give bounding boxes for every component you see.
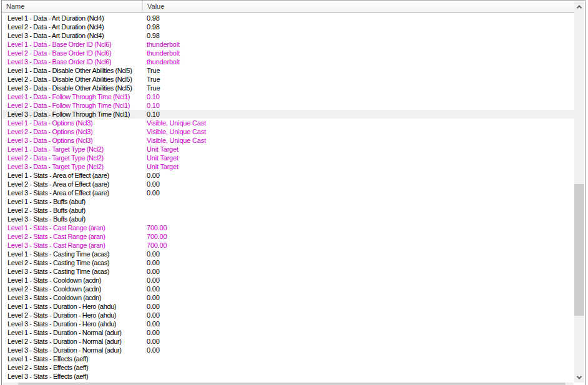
row-value: 0.00 — [143, 171, 574, 180]
row-value: 700.00 — [143, 223, 574, 232]
row-value: 700.00 — [143, 241, 574, 250]
table-row[interactable]: Level 3 - Stats - Cast Range (aran)700.0… — [2, 241, 574, 250]
table-row[interactable]: Level 1 - Stats - Cast Range (aran)700.0… — [2, 223, 574, 232]
table-row[interactable]: Level 3 - Stats - Area of Effect (aare)0… — [2, 188, 574, 197]
row-value: 0.10 — [143, 101, 574, 110]
table-row[interactable]: Level 2 - Stats - Duration - Normal (adu… — [2, 337, 574, 346]
row-name: Level 1 - Data - Base Order ID (Ncl6) — [2, 40, 143, 49]
table-row[interactable]: Level 2 - Stats - Effects (aeff) — [2, 363, 574, 372]
table-row[interactable]: Level 1 - Data - Target Type (Ncl2)Unit … — [2, 145, 574, 154]
row-name: Level 3 - Data - Art Duration (Ncl4) — [2, 31, 143, 40]
row-name: Level 2 - Stats - Buffs (abuf) — [2, 206, 143, 215]
row-value: thunderbolt — [143, 40, 574, 49]
table-row[interactable]: Level 3 - Stats - Duration - Hero (ahdu)… — [2, 319, 574, 328]
row-name: Level 1 - Data - Disable Other Abilities… — [2, 66, 143, 75]
table-row[interactable]: Level 2 - Stats - Area of Effect (aare)0… — [2, 180, 574, 188]
table-row[interactable]: Level 1 - Data - Base Order ID (Ncl6)thu… — [2, 40, 574, 49]
row-name: Level 3 - Stats - Cooldown (acdn) — [2, 293, 143, 302]
table-row[interactable]: Level 3 - Data - Target Type (Ncl2)Unit … — [2, 162, 574, 171]
table-row[interactable]: Level 2 - Stats - Cast Range (aran)700.0… — [2, 232, 574, 241]
scroll-down-button[interactable] — [574, 372, 584, 383]
row-value — [143, 363, 574, 372]
row-value: 0.00 — [143, 293, 574, 302]
table-row[interactable]: Level 1 - Stats - Duration - Normal (adu… — [2, 328, 574, 337]
table-row[interactable]: Level 3 - Data - Options (Ncl3)Visible, … — [2, 136, 574, 145]
row-value: Unit Target — [143, 145, 574, 154]
row-name: Level 2 - Stats - Duration - Normal (adu… — [2, 337, 143, 346]
table-row[interactable]: Level 2 - Data - Follow Through Time (Nc… — [2, 101, 574, 110]
row-name: Level 3 - Data - Disable Other Abilities… — [2, 84, 143, 92]
row-value: Unit Target — [143, 154, 574, 162]
table-row[interactable]: Level 2 - Data - Options (Ncl3)Visible, … — [2, 127, 574, 136]
table-row[interactable]: Level 1 - Stats - Duration - Hero (ahdu)… — [2, 302, 574, 311]
row-value: 0.00 — [143, 188, 574, 197]
scroll-up-button[interactable] — [574, 1, 584, 12]
table-row[interactable]: Level 2 - Stats - Duration - Hero (ahdu)… — [2, 311, 574, 319]
table-row[interactable]: Level 2 - Stats - Buffs (abuf) — [2, 206, 574, 215]
row-name: Level 1 - Stats - Duration - Normal (adu… — [2, 328, 143, 337]
table-row[interactable]: Level 1 - Stats - Effects (aeff) — [2, 354, 574, 363]
row-name: Level 3 - Stats - Duration - Normal (adu… — [2, 346, 143, 354]
table-row[interactable]: Level 1 - Stats - Cooldown (acdn)0.00 — [2, 276, 574, 285]
table-row[interactable]: Level 1 - Data - Art Duration (Ncl4)0.98 — [2, 14, 574, 22]
row-value: 0.00 — [143, 180, 574, 188]
row-name: Level 1 - Stats - Duration - Hero (ahdu) — [2, 302, 143, 311]
table-row[interactable]: Level 2 - Data - Base Order ID (Ncl6)thu… — [2, 49, 574, 57]
row-name: Level 3 - Stats - Duration - Hero (ahdu) — [2, 319, 143, 328]
table-row[interactable]: Level 3 - Stats - Duration - Normal (adu… — [2, 346, 574, 354]
table-row[interactable]: Level 3 - Data - Disable Other Abilities… — [2, 84, 574, 92]
row-name: Level 1 - Data - Art Duration (Ncl4) — [2, 14, 143, 22]
row-name: Level 3 - Data - Follow Through Time (Nc… — [2, 110, 143, 119]
table-row[interactable]: Level 3 - Stats - Cooldown (acdn)0.00 — [2, 293, 574, 302]
row-name: Level 1 - Stats - Cast Range (aran) — [2, 223, 143, 232]
table-row[interactable]: Level 2 - Data - Target Type (Ncl2)Unit … — [2, 154, 574, 162]
table-row[interactable]: Level 3 - Data - Base Order ID (Ncl6)thu… — [2, 57, 574, 66]
row-name: Level 3 - Data - Options (Ncl3) — [2, 136, 143, 145]
row-value — [143, 197, 574, 206]
horizontal-scrollbar-thumb[interactable] — [18, 383, 566, 385]
row-name: Level 1 - Stats - Casting Time (acas) — [2, 250, 143, 258]
table-row[interactable]: Level 3 - Data - Art Duration (Ncl4)0.98 — [2, 31, 574, 40]
table-row[interactable]: Level 2 - Data - Disable Other Abilities… — [2, 75, 574, 84]
table-row[interactable]: Level 1 - Data - Disable Other Abilities… — [2, 66, 574, 75]
row-value: 0.00 — [143, 276, 574, 285]
row-name: Level 2 - Data - Disable Other Abilities… — [2, 75, 143, 84]
table-row[interactable]: Level 2 - Stats - Cooldown (acdn)0.00 — [2, 285, 574, 293]
row-name: Level 1 - Stats - Cooldown (acdn) — [2, 276, 143, 285]
table-row[interactable]: Level 1 - Stats - Casting Time (acas)0.0… — [2, 250, 574, 258]
table-row[interactable]: Level 3 - Data - Follow Through Time (Nc… — [2, 110, 574, 119]
table-row[interactable]: Level 3 - Stats - Casting Time (acas)0.0… — [2, 267, 574, 276]
table-row[interactable]: Level 1 - Data - Follow Through Time (Nc… — [2, 92, 574, 101]
table-row[interactable]: Level 3 - Stats - Effects (aeff) — [2, 372, 574, 381]
row-name: Level 2 - Data - Base Order ID (Ncl6) — [2, 49, 143, 57]
vertical-scrollbar[interactable] — [574, 1, 584, 383]
table-row[interactable]: Level 2 - Stats - Casting Time (acas)0.0… — [2, 258, 574, 267]
table-row[interactable]: Level 1 - Data - Options (Ncl3)Visible, … — [2, 119, 574, 127]
table-row[interactable]: Level 3 - Stats - Buffs (abuf) — [2, 215, 574, 223]
row-value: 0.00 — [143, 267, 574, 276]
column-header-value[interactable]: Value — [143, 1, 574, 12]
row-value: 700.00 — [143, 232, 574, 241]
table-row[interactable]: Level 1 - Stats - Buffs (abuf) — [2, 197, 574, 206]
row-value: 0.00 — [143, 311, 574, 319]
vertical-scrollbar-thumb[interactable] — [574, 184, 584, 316]
row-value: 0.98 — [143, 31, 574, 40]
row-name: Level 3 - Data - Target Type (Ncl2) — [2, 162, 143, 171]
chevron-down-icon — [577, 374, 582, 379]
row-value: Unit Target — [143, 162, 574, 171]
row-value: 0.00 — [143, 337, 574, 346]
row-name: Level 3 - Stats - Area of Effect (aare) — [2, 188, 143, 197]
row-value: 0.10 — [143, 110, 574, 119]
row-value — [143, 206, 574, 215]
row-value: Visible, Unique Cast — [143, 136, 574, 145]
row-value: 0.10 — [143, 92, 574, 101]
table-row[interactable]: Level 2 - Data - Art Duration (Ncl4)0.98 — [2, 22, 574, 31]
horizontal-scrollbar[interactable] — [2, 383, 574, 385]
row-value: True — [143, 66, 574, 75]
row-name: Level 2 - Stats - Effects (aeff) — [2, 363, 143, 372]
row-value: 0.00 — [143, 285, 574, 293]
row-name: Level 2 - Stats - Cast Range (aran) — [2, 232, 143, 241]
table-row[interactable]: Level 1 - Stats - Area of Effect (aare)0… — [2, 171, 574, 180]
column-header-name[interactable]: Name — [2, 1, 143, 12]
row-name: Level 2 - Stats - Cooldown (acdn) — [2, 285, 143, 293]
